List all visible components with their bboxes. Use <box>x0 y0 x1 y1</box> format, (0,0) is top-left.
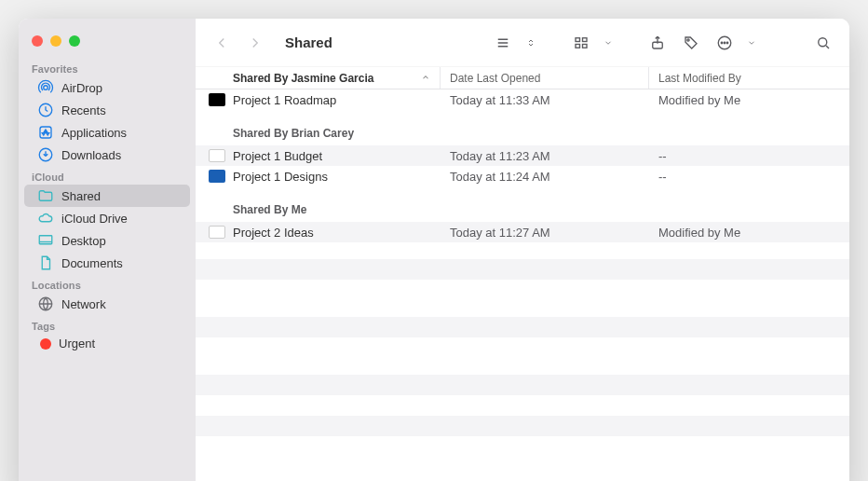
file-name-cell: Project 2 Ideas <box>196 226 441 240</box>
sidebar-label: Recents <box>61 103 106 117</box>
network-icon <box>37 295 54 312</box>
sidebar-item-airdrop[interactable]: AirDrop <box>24 76 190 99</box>
back-button[interactable] <box>209 30 235 56</box>
maximize-button[interactable] <box>69 35 80 47</box>
svg-rect-7 <box>583 37 588 41</box>
sidebar-label: iCloud Drive <box>61 212 128 226</box>
main-content: Shared Shared By Jasmine Garcia Date Las… <box>196 19 849 481</box>
column-headers: Shared By Jasmine Garcia Date Last Opene… <box>196 67 849 89</box>
more-chevron-icon[interactable] <box>745 30 758 56</box>
sort-ascending-icon <box>421 72 430 85</box>
file-name: Project 1 Designs <box>233 170 328 184</box>
shared-folder-icon <box>37 187 54 204</box>
share-button[interactable] <box>644 30 671 56</box>
file-icon <box>209 226 225 239</box>
sidebar-label: AirDrop <box>61 81 102 95</box>
file-modified-by: Modified by Me <box>649 226 849 240</box>
file-date: Today at 11:33 AM <box>441 93 649 107</box>
sidebar-item-documents[interactable]: Documents <box>24 252 190 274</box>
sidebar-item-network[interactable]: Network <box>24 293 190 315</box>
column-modified-by[interactable]: Last Modified By <box>649 67 849 89</box>
sidebar-item-icloud-drive[interactable]: iCloud Drive <box>24 207 190 229</box>
column-date[interactable]: Date Last Opened <box>441 67 649 89</box>
file-row[interactable]: Project 2 IdeasToday at 11:27 AMModified… <box>196 222 849 242</box>
search-button[interactable] <box>810 30 836 56</box>
file-list: Project 1 RoadmapToday at 11:33 AMModifi… <box>196 89 849 481</box>
sidebar-section-tags: Tags <box>19 315 196 334</box>
svg-point-13 <box>721 42 723 44</box>
cloud-icon <box>37 210 54 227</box>
file-name: Project 1 Budget <box>233 149 322 163</box>
empty-row <box>196 317 849 337</box>
document-icon <box>37 254 54 271</box>
airdrop-icon <box>37 79 54 96</box>
file-row[interactable]: Project 1 BudgetToday at 11:23 AM-- <box>196 145 849 166</box>
empty-row <box>196 375 849 395</box>
finder-window: Favorites AirDrop Recents Applications D… <box>19 19 849 481</box>
file-name: Project 2 Ideas <box>233 226 314 240</box>
sidebar-item-applications[interactable]: Applications <box>24 121 190 144</box>
svg-point-15 <box>726 42 728 44</box>
window-title: Shared <box>285 34 332 50</box>
clock-icon <box>37 102 54 118</box>
svg-rect-9 <box>583 44 588 48</box>
forward-button[interactable] <box>242 30 268 56</box>
sidebar-item-desktop[interactable]: Desktop <box>24 229 190 252</box>
sidebar-item-recents[interactable]: Recents <box>24 99 190 121</box>
sidebar-item-shared[interactable]: Shared <box>24 185 190 207</box>
window-controls <box>19 26 196 58</box>
file-modified-by: -- <box>649 170 849 184</box>
tag-red-icon <box>40 338 51 350</box>
group-header: Shared By Brian Carey <box>196 110 849 145</box>
group-by-button[interactable] <box>568 30 594 56</box>
file-name-cell: Project 1 Roadmap <box>196 93 441 107</box>
tags-button[interactable] <box>678 30 704 56</box>
download-icon <box>37 146 54 163</box>
file-icon <box>209 93 225 106</box>
toolbar: Shared <box>196 19 849 67</box>
applications-icon <box>37 124 54 141</box>
more-button[interactable] <box>712 30 738 56</box>
file-modified-by: -- <box>649 149 849 163</box>
minimize-button[interactable] <box>50 35 61 47</box>
sidebar-label: Documents <box>61 256 123 270</box>
column-date-label: Date Last Opened <box>450 72 540 85</box>
svg-point-0 <box>44 86 48 90</box>
empty-row <box>196 436 849 457</box>
sidebar-label: Shared <box>61 189 101 203</box>
sidebar-section-icloud: iCloud <box>19 166 196 185</box>
group-chevron-icon[interactable] <box>602 30 615 56</box>
sidebar-item-tag-urgent[interactable]: Urgent <box>24 334 190 353</box>
file-row[interactable]: Project 1 DesignsToday at 11:24 AM-- <box>196 166 849 186</box>
close-button[interactable] <box>32 35 43 47</box>
empty-row <box>196 280 849 300</box>
sidebar-section-locations: Locations <box>19 274 196 293</box>
file-name-cell: Project 1 Budget <box>196 149 441 163</box>
desktop-icon <box>37 232 54 249</box>
file-name-cell: Project 1 Designs <box>196 170 441 184</box>
column-name[interactable]: Shared By Jasmine Garcia <box>196 67 441 89</box>
file-row[interactable]: Project 1 RoadmapToday at 11:33 AMModifi… <box>196 89 849 110</box>
empty-row <box>196 337 849 358</box>
svg-rect-8 <box>576 44 580 48</box>
sidebar-label: Downloads <box>61 148 121 162</box>
sidebar-label: Network <box>61 297 106 311</box>
column-mod-label: Last Modified By <box>658 72 741 85</box>
svg-point-11 <box>687 38 689 40</box>
svg-rect-6 <box>576 37 580 41</box>
view-list-button[interactable] <box>490 30 516 56</box>
sidebar: Favorites AirDrop Recents Applications D… <box>19 19 196 481</box>
sidebar-item-downloads[interactable]: Downloads <box>24 144 190 166</box>
view-updown-button[interactable] <box>523 30 538 56</box>
svg-point-16 <box>819 37 827 46</box>
file-date: Today at 11:23 AM <box>441 149 649 163</box>
file-date: Today at 11:27 AM <box>441 226 649 240</box>
column-name-label: Shared By Jasmine Garcia <box>233 72 373 85</box>
sidebar-label: Applications <box>61 126 127 140</box>
file-icon <box>209 149 225 162</box>
svg-point-14 <box>724 42 726 44</box>
empty-row <box>196 416 849 436</box>
file-name: Project 1 Roadmap <box>233 93 336 107</box>
sidebar-section-favorites: Favorites <box>19 58 196 76</box>
empty-row <box>196 259 849 280</box>
